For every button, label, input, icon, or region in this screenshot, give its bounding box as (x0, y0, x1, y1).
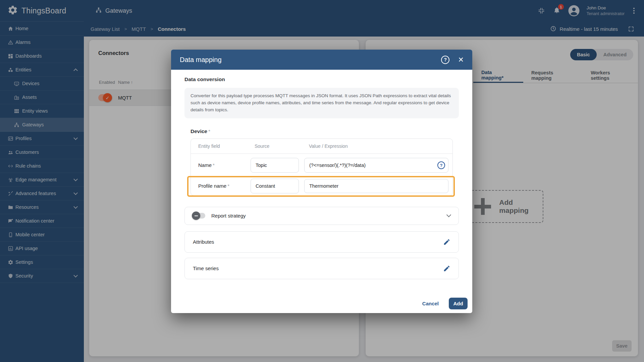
device-mapping-table: Entity field Source Value / Expression N… (191, 138, 453, 196)
data-conversion-heading: Data conversion (184, 76, 459, 82)
profile-value-cell (304, 179, 452, 193)
dialog-help-icon[interactable]: ? (441, 56, 449, 64)
name-source-select[interactable]: Topic (251, 158, 299, 173)
column-entity-field: Entity field (191, 143, 251, 149)
column-value-expression: Value / Expression (304, 143, 452, 149)
attributes-card: Attributes (184, 231, 459, 253)
profile-source-select[interactable]: Constant (251, 179, 299, 193)
time-series-card: Time series (184, 258, 459, 279)
device-name-row: Name* Topic ? (191, 154, 452, 177)
column-source: Source (251, 143, 304, 149)
add-button[interactable]: Add (449, 298, 468, 309)
dialog-body: Data conversion Converter for this paylo… (171, 70, 472, 313)
expand-chevron-icon[interactable] (446, 213, 451, 217)
required-marker: * (213, 162, 215, 168)
dialog-footer: Cancel Add (422, 298, 468, 309)
name-value-cell: ? (304, 158, 452, 173)
device-table-header: Entity field Source Value / Expression (191, 139, 452, 154)
data-mapping-dialog: Data mapping ? × Data conversion Convert… (171, 50, 472, 313)
profile-name-row-highlighted: Profile name* Constant (191, 177, 452, 195)
report-strategy-card: Report strategy (184, 207, 459, 225)
name-expression-input[interactable] (304, 158, 448, 173)
close-icon[interactable]: × (458, 55, 464, 64)
edit-time-series-icon[interactable] (443, 265, 450, 272)
time-series-label: Time series (193, 265, 219, 271)
profile-name-field-label: Profile name* (191, 183, 251, 189)
device-section-heading: Device* (191, 128, 459, 134)
profile-value-input[interactable] (304, 179, 448, 193)
required-marker: * (208, 128, 210, 134)
report-strategy-label: Report strategy (211, 213, 246, 219)
cancel-button[interactable]: Cancel (422, 301, 439, 306)
dialog-title: Data mapping (180, 56, 441, 64)
name-field-label: Name* (191, 162, 251, 168)
report-strategy-toggle[interactable] (193, 213, 205, 219)
attributes-label: Attributes (193, 239, 214, 245)
toggle-minus-icon (192, 212, 200, 220)
app-root: Gateways 1 John Doe Tenant administrator… (0, 0, 644, 362)
expression-help-icon[interactable]: ? (437, 161, 445, 169)
edit-attributes-icon[interactable] (443, 238, 450, 246)
dialog-header: Data mapping ? × (171, 50, 472, 70)
data-conversion-description: Converter for this payload type processe… (184, 88, 459, 118)
required-marker: * (227, 183, 229, 189)
